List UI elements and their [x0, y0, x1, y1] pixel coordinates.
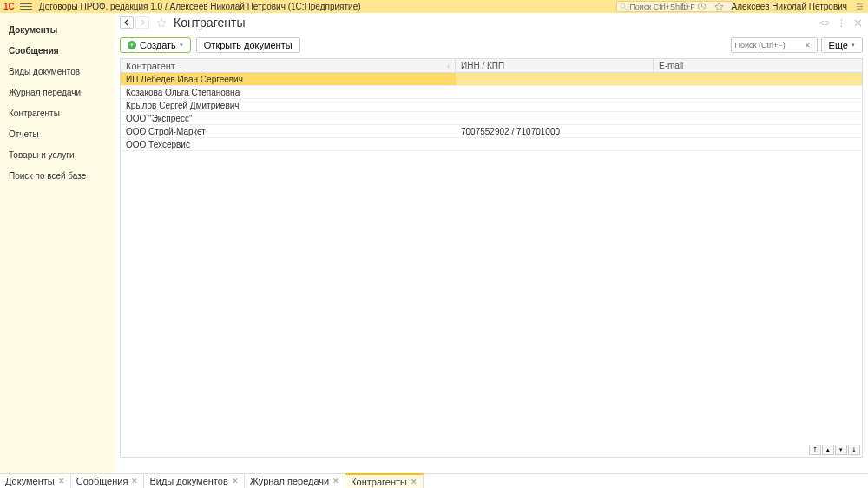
tab-close-icon[interactable]: ✕	[411, 478, 418, 486]
cell-name: ООО Техсервис	[121, 138, 456, 150]
sidebar: ДокументыСообщенияВиды документовЖурнал …	[0, 13, 115, 473]
cell-inn	[456, 73, 654, 85]
sidebar-item[interactable]: Сообщения	[0, 41, 115, 62]
tab-close-icon[interactable]: ✕	[232, 477, 239, 485]
favorite-icon[interactable]	[156, 17, 167, 28]
bottom-tabs: Документы✕Сообщения✕Виды документов✕Журн…	[0, 473, 868, 488]
table-row[interactable]: ИП Лебедев Иван Сергеевич	[121, 73, 862, 86]
svg-point-10	[841, 22, 843, 23]
titlebar: 1C Договоры ПРОФ, редакция 1.0 / Алексее…	[0, 0, 868, 13]
table-row[interactable]: Козакова Ольга Степановна	[121, 86, 862, 99]
table-body: ИП Лебедев Иван СергеевичКозакова Ольга …	[121, 73, 862, 151]
create-label: Создать	[140, 40, 176, 50]
page-title: Контрагенты	[174, 16, 245, 30]
bottom-tab[interactable]: Сообщения✕	[71, 474, 145, 488]
table-row[interactable]: ООО Техсервис	[121, 138, 862, 151]
sidebar-item[interactable]: Поиск по всей базе	[0, 166, 115, 187]
svg-point-8	[858, 8, 859, 10]
more-label: Еще	[829, 40, 848, 50]
svg-point-11	[841, 25, 843, 27]
tab-label: Виды документов	[149, 476, 227, 486]
page-down-button[interactable]: ▾	[835, 445, 847, 455]
pager: ⤒ ▴ ▾ ⤓	[809, 445, 860, 455]
window-title: Договоры ПРОФ, редакция 1.0 / Алексеев Н…	[39, 2, 361, 11]
table: Контрагент↓ ИНН / КПП E-mail ИП Лебедев …	[120, 58, 863, 458]
main-area: Контрагенты + Создать ▾ Открыть документ…	[115, 13, 868, 473]
cell-name: Крылов Сергей Дмитриевич	[121, 99, 456, 111]
svg-point-7	[860, 6, 862, 8]
tab-close-icon[interactable]: ✕	[332, 477, 339, 485]
cell-name: ИП Лебедев Иван Сергеевич	[121, 73, 456, 85]
sidebar-item[interactable]: Журнал передачи	[0, 82, 115, 103]
cell-email	[654, 86, 862, 98]
table-row[interactable]: Крылов Сергей Дмитриевич	[121, 99, 862, 112]
cell-email	[654, 112, 862, 124]
tab-close-icon[interactable]: ✕	[58, 477, 65, 485]
sort-asc-icon: ↓	[446, 62, 450, 69]
sidebar-item[interactable]: Документы	[0, 20, 115, 41]
cell-name: ООО Строй-Маркет	[121, 125, 456, 137]
settings-icon[interactable]	[854, 2, 865, 12]
page-header: Контрагенты	[115, 13, 868, 29]
table-header: Контрагент↓ ИНН / КПП E-mail	[121, 59, 862, 73]
sidebar-item[interactable]: Контрагенты	[0, 103, 115, 124]
open-docs-label: Открыть документы	[204, 40, 293, 50]
list-search-input[interactable]	[735, 41, 805, 49]
bottom-tab[interactable]: Журнал передачи✕	[245, 474, 345, 488]
tab-label: Сообщения	[76, 476, 128, 486]
more-icon[interactable]	[837, 18, 846, 28]
titlebar-right: Алексеев Николай Петрович	[680, 2, 865, 12]
sidebar-item[interactable]: Товары и услуги	[0, 145, 115, 166]
table-row[interactable]: ООО "Экспресс"	[121, 112, 862, 125]
nav-back-button[interactable]	[120, 16, 134, 29]
cell-inn	[456, 138, 654, 150]
svg-point-9	[841, 18, 843, 20]
tab-label: Журнал передачи	[250, 476, 329, 486]
cell-inn	[456, 86, 654, 98]
dropdown-caret-icon: ▾	[852, 42, 855, 49]
tab-close-icon[interactable]: ✕	[131, 477, 138, 485]
cell-email	[654, 125, 862, 137]
tab-label: Документы	[5, 476, 55, 486]
bottom-tab[interactable]: Контрагенты✕	[345, 473, 424, 488]
close-icon[interactable]	[853, 18, 863, 28]
history-icon[interactable]	[697, 2, 707, 12]
column-header-email[interactable]: E-mail	[654, 59, 862, 72]
table-row[interactable]: ООО Строй-Маркет7007552902 / 710701000	[121, 125, 862, 138]
cell-name: Козакова Ольга Степановна	[121, 86, 456, 98]
tab-label: Контрагенты	[351, 477, 407, 487]
nav-forward-button[interactable]	[135, 16, 149, 29]
svg-point-6	[857, 3, 858, 5]
app-logo: 1C	[3, 2, 15, 11]
cell-email	[654, 99, 862, 111]
page-up-button[interactable]: ▴	[822, 445, 834, 455]
cell-name: ООО "Экспресс"	[121, 112, 456, 124]
sidebar-item[interactable]: Виды документов	[0, 62, 115, 82]
page-last-button[interactable]: ⤓	[848, 445, 860, 455]
dropdown-caret-icon: ▾	[180, 42, 183, 49]
page-first-button[interactable]: ⤒	[809, 445, 821, 455]
username[interactable]: Алексеев Николай Петрович	[732, 2, 847, 11]
svg-line-1	[625, 8, 627, 10]
more-button[interactable]: Еще ▾	[821, 37, 863, 53]
clear-search-icon[interactable]: ✕	[805, 42, 811, 49]
bell-icon[interactable]	[680, 2, 690, 12]
plus-icon: +	[128, 41, 136, 49]
svg-point-0	[621, 3, 625, 8]
sidebar-item[interactable]: Отчеты	[0, 124, 115, 145]
column-header-inn[interactable]: ИНН / КПП	[456, 59, 654, 72]
bottom-tab[interactable]: Виды документов✕	[144, 474, 244, 488]
bottom-tab[interactable]: Документы✕	[0, 474, 71, 488]
cell-email	[654, 73, 862, 85]
cell-inn: 7007552902 / 710701000	[456, 125, 654, 137]
open-documents-button[interactable]: Открыть документы	[196, 37, 300, 53]
search-icon	[620, 3, 627, 10]
create-button[interactable]: + Создать ▾	[120, 37, 191, 53]
menu-icon[interactable]	[20, 3, 32, 10]
cell-inn	[456, 112, 654, 124]
column-header-name[interactable]: Контрагент↓	[121, 59, 456, 72]
star-icon[interactable]	[714, 2, 725, 12]
list-search[interactable]: ✕	[731, 37, 818, 53]
toolbar: + Создать ▾ Открыть документы ✕ Еще ▾	[115, 29, 868, 58]
link-icon[interactable]	[820, 18, 830, 28]
